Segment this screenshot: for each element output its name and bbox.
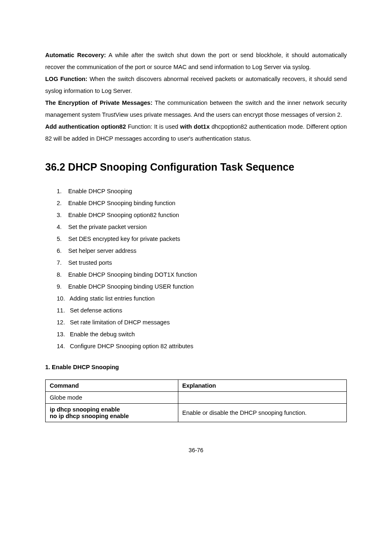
table-cell-explanation: Enable or disable the DHCP snooping func… <box>178 404 346 422</box>
table-row: Globe mode <box>46 392 347 404</box>
table-header-explanation: Explanation <box>178 380 346 392</box>
list-item: 11. Set defense actions <box>45 305 347 317</box>
list-number: 8. <box>57 269 68 281</box>
paragraph-log-function: LOG Function: When the switch discovers … <box>45 73 347 97</box>
list-item: 14. Configure DHCP Snooping option 82 at… <box>45 340 347 352</box>
list-number: 4. <box>57 221 68 233</box>
list-item: 1.Enable DHCP Snooping <box>45 185 347 197</box>
list-text: Set trusted ports <box>68 259 112 266</box>
list-text: Enable DHCP Snooping option82 function <box>68 212 179 218</box>
list-item: 5.Set DES encrypted key for private pack… <box>45 233 347 245</box>
list-text: Set helper server address <box>68 247 136 254</box>
label-log-function: LOG Function: <box>45 76 88 82</box>
list-text: Set DES encrypted key for private packet… <box>68 236 180 242</box>
list-text: Set defense actions <box>68 307 122 314</box>
text-log-function: When the switch discovers abnormal recei… <box>45 76 347 94</box>
table-row: ip dhcp snooping enable no ip dhcp snoop… <box>46 404 347 422</box>
label-add-auth: Add authentication option82 <box>45 123 126 130</box>
table-cell-empty <box>178 392 346 404</box>
list-text: Enable DHCP Snooping binding USER functi… <box>68 283 194 290</box>
list-item: 12. Set rate limitation of DHCP messages <box>45 317 347 328</box>
list-item: 4.Set the private packet version <box>45 221 347 233</box>
list-number: 3. <box>57 209 68 221</box>
paragraph-auto-recovery: Automatic Recovery: A while after the sw… <box>45 49 347 73</box>
label-auto-recovery: Automatic Recovery: <box>45 52 106 58</box>
command-table: Command Explanation Globe mode ip dhcp s… <box>45 379 347 422</box>
table-section-title: 1. Enable DHCP Snooping <box>45 364 347 370</box>
list-number: 14. <box>57 340 68 352</box>
list-number: 6. <box>57 245 68 257</box>
list-item: 9.Enable DHCP Snooping binding USER func… <box>45 281 347 293</box>
paragraph-encryption: The Encryption of Private Messages: The … <box>45 97 347 121</box>
table-header-command: Command <box>46 380 178 392</box>
table-cell-command: ip dhcp snooping enable no ip dhcp snoop… <box>46 404 178 422</box>
list-text: Enable the debug switch <box>68 331 135 338</box>
list-item: 13. Enable the debug switch <box>45 328 347 340</box>
list-number: 11. <box>57 305 68 317</box>
page-number: 36-76 <box>45 447 347 453</box>
list-text: Set the private packet version <box>68 224 147 230</box>
ordered-list: 1.Enable DHCP Snooping 2.Enable DHCP Sno… <box>45 185 347 352</box>
list-number: 1. <box>57 185 68 197</box>
list-item: 7.Set trusted ports <box>45 257 347 269</box>
list-number: 10. <box>57 293 68 305</box>
command-disable: no ip dhcp snooping enable <box>50 413 174 419</box>
document-page: Automatic Recovery: A while after the sw… <box>0 0 392 478</box>
list-item: 2.Enable DHCP Snooping binding function <box>45 197 347 209</box>
list-text: Enable DHCP Snooping <box>68 188 132 194</box>
list-number: 5. <box>57 233 68 245</box>
label-encryption: The Encryption of Private Messages: <box>45 99 152 106</box>
text-add-auth-1: Function: It is used <box>126 123 180 130</box>
list-text: Enable DHCP Snooping binding DOT1X funct… <box>68 271 197 278</box>
list-text: Adding static list entries function <box>68 295 154 302</box>
list-number: 13. <box>57 328 68 340</box>
section-heading: 36.2 DHCP Snooping Configuration Task Se… <box>45 161 347 173</box>
list-number: 7. <box>57 257 68 269</box>
label-with-dot1x: with dot1x <box>180 123 210 130</box>
list-item: 6.Set helper server address <box>45 245 347 257</box>
paragraph-add-auth: Add authentication option82 Function: It… <box>45 121 347 145</box>
list-text: Enable DHCP Snooping binding function <box>68 200 175 206</box>
list-item: 10. Adding static list entries function <box>45 293 347 305</box>
table-row: Command Explanation <box>46 380 347 392</box>
list-text: Set rate limitation of DHCP messages <box>68 319 170 326</box>
command-enable: ip dhcp snooping enable <box>50 406 174 413</box>
list-text: Configure DHCP Snooping option 82 attrib… <box>68 343 193 349</box>
list-number: 12. <box>57 317 68 328</box>
list-number: 9. <box>57 281 68 293</box>
list-number: 2. <box>57 197 68 209</box>
list-item: 8.Enable DHCP Snooping binding DOT1X fun… <box>45 269 347 281</box>
table-cell-mode: Globe mode <box>46 392 178 404</box>
list-item: 3.Enable DHCP Snooping option82 function <box>45 209 347 221</box>
